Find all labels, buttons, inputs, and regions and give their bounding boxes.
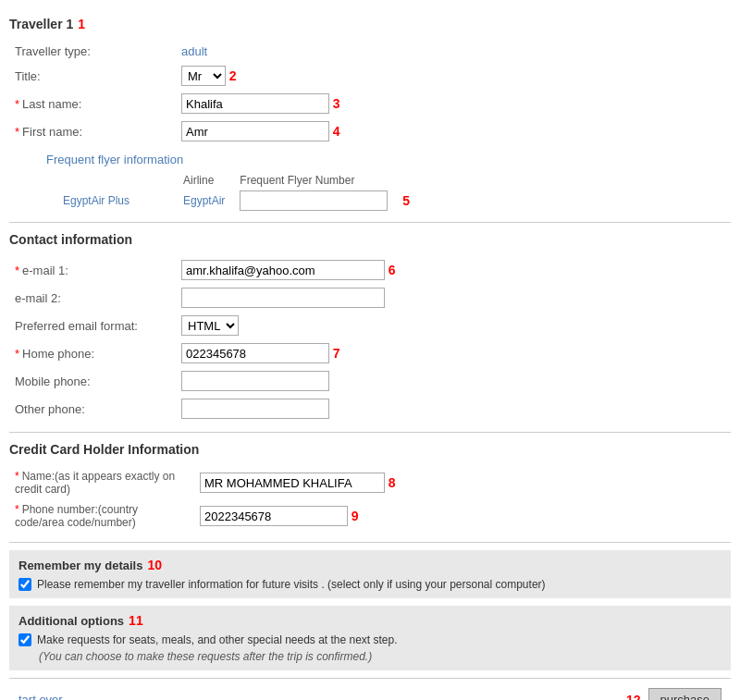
- last-name-label: *Last name:: [9, 90, 176, 117]
- remember-checkbox[interactable]: [18, 578, 31, 591]
- required-star-phone: *: [15, 347, 19, 361]
- ff-program-col: [56, 172, 176, 189]
- step2-num: 2: [229, 68, 237, 83]
- cc-phone-input[interactable]: [200, 506, 348, 526]
- ff-data-row: EgyptAir Plus EgyptAir 5: [56, 189, 417, 213]
- email1-row: *e-mail 1: 6: [9, 256, 731, 284]
- home-phone-label: *Home phone:: [9, 339, 176, 367]
- frequent-flyer-section: Frequent flyer information Airline Frequ…: [46, 153, 731, 213]
- ff-header: Frequent flyer information: [46, 153, 731, 166]
- required-star-lastname: *: [15, 97, 19, 111]
- traveller-title: Traveller 1: [9, 17, 73, 31]
- credit-card-section: Credit Card Holder Information *Name:(as…: [9, 433, 731, 543]
- other-phone-cell: [176, 395, 731, 423]
- title-row: Title: Mr Mrs Ms Dr 2: [9, 62, 731, 90]
- email-format-label: Preferred email format:: [9, 312, 176, 339]
- ff-program-name: EgyptAir Plus: [56, 189, 176, 213]
- ff-airline-name: EgyptAir: [176, 189, 232, 213]
- first-name-input[interactable]: [181, 121, 329, 141]
- additional-checkbox[interactable]: [18, 633, 31, 646]
- first-name-label: *First name:: [9, 117, 176, 145]
- cc-section-header: Credit Card Holder Information: [9, 442, 731, 457]
- cc-name-label: *Name:(as it appears exactly on credit c…: [9, 466, 194, 499]
- mobile-phone-input[interactable]: [181, 371, 329, 391]
- step10-num: 10: [147, 558, 162, 572]
- email2-label: e-mail 2:: [9, 284, 176, 312]
- contact-form-table: *e-mail 1: 6 e-mail 2: Preferred email f…: [9, 256, 731, 423]
- last-name-input[interactable]: [181, 93, 329, 114]
- title-select[interactable]: Mr Mrs Ms Dr: [181, 66, 226, 86]
- start-over-link[interactable]: tart over: [18, 693, 63, 700]
- ff-airline-col-header: Airline: [176, 172, 232, 189]
- step7-num: 7: [333, 346, 340, 361]
- email1-input[interactable]: [181, 260, 385, 280]
- email2-input[interactable]: [181, 288, 385, 308]
- step4-num: 4: [333, 124, 340, 139]
- last-name-cell: 3: [176, 90, 731, 117]
- remember-text: Please remember my traveller information…: [37, 578, 546, 591]
- mobile-phone-row: Mobile phone:: [9, 367, 731, 395]
- email2-row: e-mail 2:: [9, 284, 731, 312]
- remember-header: Remember my details 10: [18, 558, 722, 572]
- other-phone-input[interactable]: [181, 399, 329, 419]
- cc-phone-cell: 9: [194, 499, 731, 533]
- email2-cell: [176, 284, 731, 312]
- required-star-ccname: *: [15, 470, 19, 483]
- additional-text: Make requests for seats, meals, and othe…: [37, 633, 398, 646]
- cc-name-row: *Name:(as it appears exactly on credit c…: [9, 466, 731, 499]
- cc-phone-label: *Phone number:(country code/area code/nu…: [9, 499, 194, 533]
- page-wrapper: Traveller 1 1 Traveller type: adult Titl…: [0, 0, 740, 700]
- other-phone-label: Other phone:: [9, 395, 176, 423]
- remember-section: Remember my details 10 Please remember m…: [9, 550, 731, 598]
- traveller-section-header: Traveller 1 1: [9, 17, 731, 31]
- mobile-phone-label: Mobile phone:: [9, 367, 176, 395]
- required-star-ccphone: *: [15, 503, 19, 516]
- required-star-email1: *: [15, 264, 19, 277]
- ff-table: Airline Frequent Flyer Number EgyptAir P…: [56, 172, 417, 213]
- traveller-type-text: adult: [181, 44, 207, 58]
- contact-section: Contact information *e-mail 1: 6 e-mail …: [9, 223, 731, 433]
- purchase-area: 12 purchase: [626, 688, 722, 700]
- home-phone-row: *Home phone: 7: [9, 339, 731, 367]
- additional-row: Make requests for seats, meals, and othe…: [18, 633, 722, 646]
- cc-name-input[interactable]: [200, 473, 385, 493]
- traveller-form-table: Traveller type: adult Title: Mr Mrs Ms D…: [9, 41, 731, 145]
- additional-header: Additional options 11: [18, 613, 722, 628]
- cc-name-cell: 8: [194, 466, 731, 499]
- home-phone-cell: 7: [176, 339, 731, 367]
- first-name-cell: 4: [176, 117, 731, 145]
- traveller-type-label: Traveller type:: [9, 41, 176, 62]
- remember-title: Remember my details: [18, 559, 142, 572]
- step6-num: 6: [388, 263, 396, 277]
- purchase-button[interactable]: purchase: [648, 688, 722, 700]
- home-phone-input[interactable]: [181, 343, 329, 363]
- step9-num: 9: [352, 509, 359, 523]
- title-label: Title:: [9, 62, 176, 90]
- step12-num: 12: [626, 693, 641, 701]
- remember-text-row: Please remember my traveller information…: [18, 578, 722, 591]
- cc-title: Credit Card Holder Information: [9, 442, 199, 457]
- additional-note: (You can choose to make these requests a…: [39, 650, 722, 663]
- ff-number-input[interactable]: [240, 190, 388, 211]
- traveller-type-value: adult: [176, 41, 731, 62]
- contact-section-header: Contact information: [9, 232, 731, 247]
- step8-num: 8: [388, 475, 396, 490]
- step1-num: 1: [78, 17, 85, 31]
- other-phone-row: Other phone:: [9, 395, 731, 423]
- ff-number-cell: [232, 189, 395, 213]
- ff-col-headers-row: Airline Frequent Flyer Number: [56, 172, 417, 189]
- cc-form-table: *Name:(as it appears exactly on credit c…: [9, 466, 731, 533]
- title-field-cell: Mr Mrs Ms Dr 2: [176, 62, 731, 90]
- mobile-phone-cell: [176, 367, 731, 395]
- email-format-select[interactable]: HTML Text: [181, 315, 239, 336]
- email-format-cell: HTML Text: [176, 312, 731, 339]
- last-name-row: *Last name: 3: [9, 90, 731, 117]
- email1-label: *e-mail 1:: [9, 256, 176, 284]
- ff-step5-cell: 5: [395, 189, 417, 213]
- ff-number-col-header: Frequent Flyer Number: [232, 172, 395, 189]
- step3-num: 3: [333, 96, 340, 111]
- step5-num: 5: [402, 193, 410, 208]
- contact-title: Contact information: [9, 232, 132, 247]
- traveller-type-row: Traveller type: adult: [9, 41, 731, 62]
- email1-cell: 6: [176, 256, 731, 284]
